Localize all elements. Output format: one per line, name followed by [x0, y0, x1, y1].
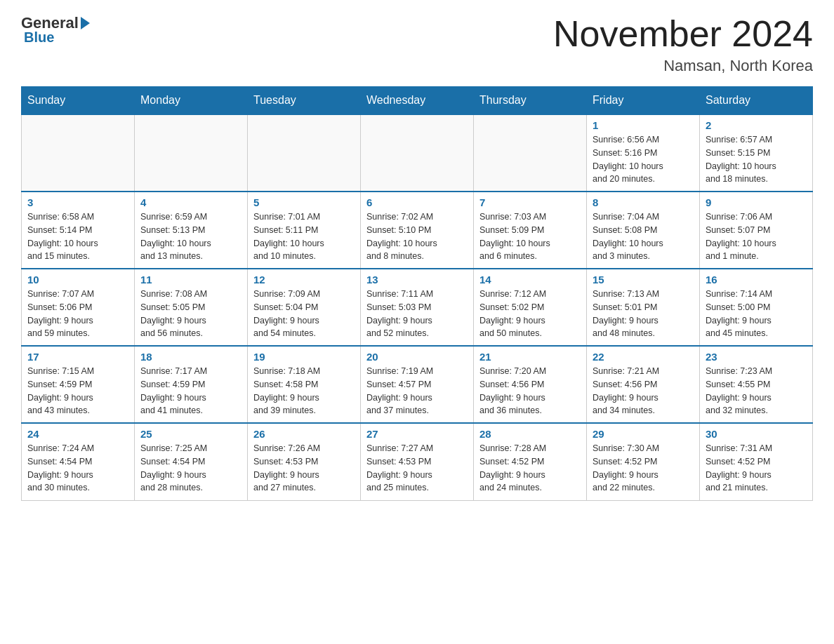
cell-day-number: 26 — [253, 428, 355, 440]
cell-day-number: 13 — [366, 274, 468, 286]
table-cell — [474, 114, 587, 192]
title-area: November 2024 Namsan, North Korea — [553, 14, 813, 75]
table-cell: 26Sunrise: 7:26 AM Sunset: 4:53 PM Dayli… — [248, 423, 361, 500]
logo-triangle-icon — [81, 17, 90, 29]
cell-day-number: 4 — [140, 196, 241, 208]
cell-day-number: 23 — [706, 351, 807, 363]
cell-day-info: Sunrise: 7:06 AM Sunset: 5:07 PM Dayligh… — [706, 210, 807, 263]
table-cell: 20Sunrise: 7:19 AM Sunset: 4:57 PM Dayli… — [361, 346, 474, 423]
table-cell — [361, 114, 474, 192]
page-header: General Blue November 2024 Namsan, North… — [21, 14, 813, 75]
cell-day-number: 10 — [27, 274, 128, 286]
table-cell: 5Sunrise: 7:01 AM Sunset: 5:11 PM Daylig… — [248, 192, 361, 269]
header-wednesday: Wednesday — [361, 87, 474, 115]
week-row-5: 24Sunrise: 7:24 AM Sunset: 4:54 PM Dayli… — [22, 423, 813, 500]
cell-day-number: 8 — [593, 196, 694, 208]
page-subtitle: Namsan, North Korea — [553, 57, 813, 75]
table-cell: 19Sunrise: 7:18 AM Sunset: 4:58 PM Dayli… — [248, 346, 361, 423]
table-cell: 23Sunrise: 7:23 AM Sunset: 4:55 PM Dayli… — [700, 346, 813, 423]
calendar-header-row: Sunday Monday Tuesday Wednesday Thursday… — [22, 87, 813, 115]
cell-day-info: Sunrise: 7:08 AM Sunset: 5:05 PM Dayligh… — [140, 288, 241, 340]
table-cell: 29Sunrise: 7:30 AM Sunset: 4:52 PM Dayli… — [587, 423, 700, 500]
cell-day-number: 9 — [706, 196, 807, 208]
cell-day-info: Sunrise: 7:02 AM Sunset: 5:10 PM Dayligh… — [366, 210, 468, 263]
header-tuesday: Tuesday — [248, 87, 361, 115]
cell-day-info: Sunrise: 7:07 AM Sunset: 5:06 PM Dayligh… — [27, 288, 128, 340]
header-monday: Monday — [135, 87, 248, 115]
cell-day-info: Sunrise: 6:56 AM Sunset: 5:16 PM Dayligh… — [593, 133, 694, 186]
cell-day-number: 24 — [27, 428, 128, 440]
cell-day-number: 1 — [593, 119, 694, 131]
cell-day-number: 16 — [706, 274, 807, 286]
cell-day-number: 3 — [27, 196, 128, 208]
cell-day-number: 5 — [253, 196, 355, 208]
cell-day-info: Sunrise: 6:58 AM Sunset: 5:14 PM Dayligh… — [27, 210, 128, 263]
cell-day-info: Sunrise: 7:25 AM Sunset: 4:54 PM Dayligh… — [140, 442, 241, 495]
table-cell: 6Sunrise: 7:02 AM Sunset: 5:10 PM Daylig… — [361, 192, 474, 269]
table-cell — [22, 114, 135, 192]
cell-day-info: Sunrise: 7:19 AM Sunset: 4:57 PM Dayligh… — [366, 365, 468, 417]
cell-day-info: Sunrise: 7:04 AM Sunset: 5:08 PM Dayligh… — [593, 210, 694, 263]
cell-day-number: 6 — [366, 196, 468, 208]
cell-day-number: 22 — [593, 351, 694, 363]
table-cell: 3Sunrise: 6:58 AM Sunset: 5:14 PM Daylig… — [22, 192, 135, 269]
cell-day-number: 17 — [27, 351, 128, 363]
cell-day-number: 12 — [253, 274, 355, 286]
cell-day-info: Sunrise: 7:15 AM Sunset: 4:59 PM Dayligh… — [27, 365, 128, 417]
table-cell: 9Sunrise: 7:06 AM Sunset: 5:07 PM Daylig… — [700, 192, 813, 269]
table-cell: 8Sunrise: 7:04 AM Sunset: 5:08 PM Daylig… — [587, 192, 700, 269]
cell-day-info: Sunrise: 7:11 AM Sunset: 5:03 PM Dayligh… — [366, 288, 468, 340]
logo: General Blue — [21, 14, 90, 46]
cell-day-info: Sunrise: 6:59 AM Sunset: 5:13 PM Dayligh… — [140, 210, 241, 263]
table-cell: 7Sunrise: 7:03 AM Sunset: 5:09 PM Daylig… — [474, 192, 587, 269]
table-cell: 22Sunrise: 7:21 AM Sunset: 4:56 PM Dayli… — [587, 346, 700, 423]
header-saturday: Saturday — [700, 87, 813, 115]
cell-day-info: Sunrise: 7:30 AM Sunset: 4:52 PM Dayligh… — [593, 442, 694, 495]
cell-day-info: Sunrise: 7:23 AM Sunset: 4:55 PM Dayligh… — [706, 365, 807, 417]
cell-day-info: Sunrise: 7:09 AM Sunset: 5:04 PM Dayligh… — [253, 288, 355, 340]
table-cell: 10Sunrise: 7:07 AM Sunset: 5:06 PM Dayli… — [22, 269, 135, 346]
cell-day-number: 29 — [593, 428, 694, 440]
header-sunday: Sunday — [22, 87, 135, 115]
header-friday: Friday — [587, 87, 700, 115]
cell-day-info: Sunrise: 7:18 AM Sunset: 4:58 PM Dayligh… — [253, 365, 355, 417]
cell-day-info: Sunrise: 7:27 AM Sunset: 4:53 PM Dayligh… — [366, 442, 468, 495]
cell-day-number: 14 — [479, 274, 581, 286]
table-cell: 1Sunrise: 6:56 AM Sunset: 5:16 PM Daylig… — [587, 114, 700, 192]
cell-day-info: Sunrise: 7:26 AM Sunset: 4:53 PM Dayligh… — [253, 442, 355, 495]
table-cell — [135, 114, 248, 192]
header-thursday: Thursday — [474, 87, 587, 115]
cell-day-info: Sunrise: 7:12 AM Sunset: 5:02 PM Dayligh… — [479, 288, 581, 340]
cell-day-number: 25 — [140, 428, 241, 440]
cell-day-info: Sunrise: 7:20 AM Sunset: 4:56 PM Dayligh… — [479, 365, 581, 417]
cell-day-info: Sunrise: 7:28 AM Sunset: 4:52 PM Dayligh… — [479, 442, 581, 495]
week-row-1: 1Sunrise: 6:56 AM Sunset: 5:16 PM Daylig… — [22, 114, 813, 192]
table-cell — [248, 114, 361, 192]
table-cell: 27Sunrise: 7:27 AM Sunset: 4:53 PM Dayli… — [361, 423, 474, 500]
table-cell: 15Sunrise: 7:13 AM Sunset: 5:01 PM Dayli… — [587, 269, 700, 346]
table-cell: 16Sunrise: 7:14 AM Sunset: 5:00 PM Dayli… — [700, 269, 813, 346]
table-cell: 13Sunrise: 7:11 AM Sunset: 5:03 PM Dayli… — [361, 269, 474, 346]
cell-day-number: 27 — [366, 428, 468, 440]
week-row-3: 10Sunrise: 7:07 AM Sunset: 5:06 PM Dayli… — [22, 269, 813, 346]
cell-day-info: Sunrise: 7:03 AM Sunset: 5:09 PM Dayligh… — [479, 210, 581, 263]
cell-day-info: Sunrise: 7:24 AM Sunset: 4:54 PM Dayligh… — [27, 442, 128, 495]
cell-day-number: 21 — [479, 351, 581, 363]
cell-day-info: Sunrise: 7:31 AM Sunset: 4:52 PM Dayligh… — [706, 442, 807, 495]
cell-day-number: 18 — [140, 351, 241, 363]
cell-day-info: Sunrise: 7:17 AM Sunset: 4:59 PM Dayligh… — [140, 365, 241, 417]
cell-day-number: 15 — [593, 274, 694, 286]
table-cell: 11Sunrise: 7:08 AM Sunset: 5:05 PM Dayli… — [135, 269, 248, 346]
cell-day-number: 28 — [479, 428, 581, 440]
table-cell: 25Sunrise: 7:25 AM Sunset: 4:54 PM Dayli… — [135, 423, 248, 500]
table-cell: 21Sunrise: 7:20 AM Sunset: 4:56 PM Dayli… — [474, 346, 587, 423]
table-cell: 17Sunrise: 7:15 AM Sunset: 4:59 PM Dayli… — [22, 346, 135, 423]
calendar-table: Sunday Monday Tuesday Wednesday Thursday… — [21, 86, 813, 501]
cell-day-number: 11 — [140, 274, 241, 286]
cell-day-info: Sunrise: 7:14 AM Sunset: 5:00 PM Dayligh… — [706, 288, 807, 340]
table-cell: 24Sunrise: 7:24 AM Sunset: 4:54 PM Dayli… — [22, 423, 135, 500]
cell-day-info: Sunrise: 7:13 AM Sunset: 5:01 PM Dayligh… — [593, 288, 694, 340]
cell-day-number: 7 — [479, 196, 581, 208]
week-row-4: 17Sunrise: 7:15 AM Sunset: 4:59 PM Dayli… — [22, 346, 813, 423]
table-cell: 2Sunrise: 6:57 AM Sunset: 5:15 PM Daylig… — [700, 114, 813, 192]
